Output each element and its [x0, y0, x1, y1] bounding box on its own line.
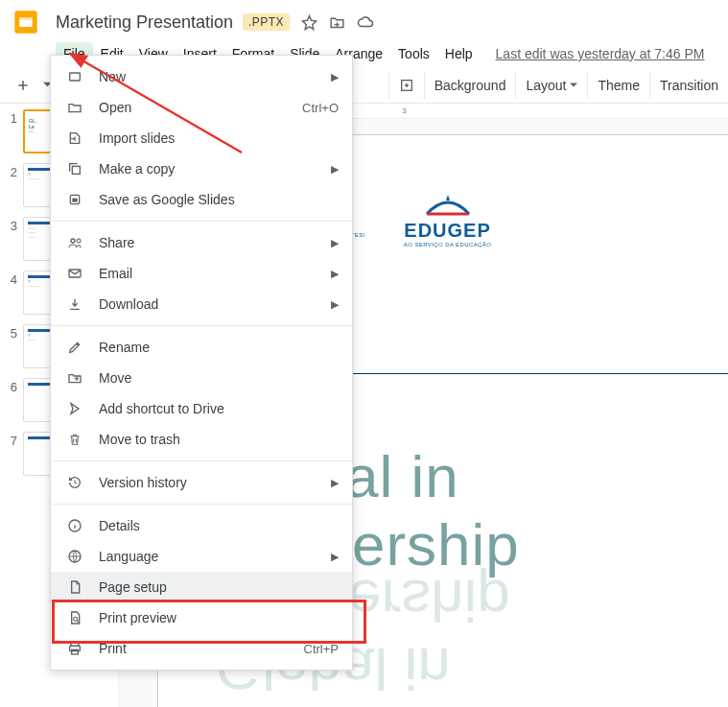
document-title[interactable]: Marketing Presentation: [50, 11, 239, 35]
new-icon: [64, 69, 85, 84]
file-menu-language[interactable]: Language▶: [51, 541, 352, 572]
logo-edugep: EDUGEP Ao Serviço da Educação: [404, 189, 491, 247]
svg-rect-2: [19, 17, 32, 20]
menu-divider: [51, 504, 352, 505]
print-icon: [64, 641, 85, 656]
history-icon: [64, 475, 85, 490]
menu-help[interactable]: Help: [437, 42, 481, 65]
file-menu-add-shortcut-to-drive[interactable]: Add shortcut to Drive: [51, 393, 352, 424]
file-menu-print[interactable]: PrintCtrl+P: [51, 633, 352, 664]
import-icon: [64, 130, 85, 146]
file-menu-move-to-trash[interactable]: Move to trash: [51, 424, 352, 455]
menu-divider: [51, 221, 352, 222]
save-icon: [64, 192, 85, 207]
language-icon: [64, 549, 85, 564]
menu-item-label: Import slides: [99, 130, 339, 146]
download-icon: [64, 296, 85, 312]
email-icon: [64, 266, 85, 281]
menu-item-label: Save as Google Slides: [99, 192, 339, 207]
file-menu-email[interactable]: Email▶: [51, 258, 352, 289]
shortcut-icon: [64, 401, 85, 416]
menu-tools[interactable]: Tools: [390, 42, 437, 65]
menu-item-shortcut: Ctrl+O: [302, 101, 339, 115]
submenu-chevron-icon: ▶: [331, 268, 339, 280]
layout-label: Layout: [526, 78, 566, 93]
file-menu-save-as-google-slides[interactable]: Save as Google Slides: [51, 184, 352, 215]
menu-item-label: Rename: [99, 340, 339, 355]
menu-item-shortcut: Ctrl+P: [304, 642, 339, 656]
svg-rect-4: [70, 73, 81, 81]
menu-item-label: Version history: [99, 475, 331, 490]
menu-item-label: Share: [99, 235, 331, 250]
file-menu-download[interactable]: Download▶: [51, 289, 352, 319]
svg-point-8: [71, 239, 75, 243]
page-icon: [64, 579, 85, 595]
toolbar-add-box-icon[interactable]: [388, 71, 424, 100]
file-menu-new[interactable]: New▶: [51, 61, 352, 92]
menu-item-label: Page setup: [99, 579, 339, 595]
submenu-chevron-icon: ▶: [331, 237, 339, 249]
move-to-folder-icon[interactable]: [329, 14, 345, 31]
menu-item-label: Print preview: [99, 610, 339, 625]
rename-icon: [64, 340, 85, 355]
submenu-chevron-icon: ▶: [331, 298, 339, 311]
app-logo-icon[interactable]: [8, 4, 44, 40]
background-button[interactable]: Background: [424, 71, 516, 100]
menu-item-label: Print: [99, 641, 304, 656]
file-menu-print-preview[interactable]: Print preview: [51, 602, 352, 633]
svg-rect-7: [73, 199, 77, 201]
info-icon: [64, 518, 85, 533]
toolbar-right: Background Layout Theme Transition: [388, 67, 728, 104]
last-edit-info[interactable]: Last edit was yesterday at 7:46 PM: [496, 46, 705, 61]
open-icon: [64, 100, 85, 115]
edugep-logo-subtitle: Ao Serviço da Educação: [404, 242, 491, 247]
title-bar: Marketing Presentation .PPTX: [0, 0, 728, 40]
svg-rect-5: [72, 166, 80, 174]
submenu-chevron-icon: ▶: [331, 163, 339, 176]
menu-item-label: Move to trash: [99, 432, 339, 447]
menu-item-label: Add shortcut to Drive: [99, 401, 339, 416]
menu-divider: [51, 460, 352, 461]
menu-item-label: Email: [99, 266, 331, 281]
file-menu-dropdown: New▶OpenCtrl+OImport slidesMake a copy▶S…: [50, 55, 353, 671]
menu-item-label: Language: [99, 549, 331, 564]
trash-icon: [64, 432, 85, 447]
file-menu-details[interactable]: Details: [51, 510, 352, 541]
submenu-chevron-icon: ▶: [331, 477, 339, 489]
menu-divider: [51, 325, 352, 326]
submenu-chevron-icon: ▶: [331, 551, 339, 563]
file-menu-share[interactable]: Share▶: [51, 227, 352, 258]
file-menu-rename[interactable]: Rename: [51, 332, 352, 363]
share-icon: [64, 235, 85, 250]
copy-icon: [64, 161, 85, 177]
preview-icon: [64, 610, 85, 625]
menu-item-label: Make a copy: [99, 161, 331, 177]
menu-item-label: Move: [99, 370, 339, 386]
star-icon[interactable]: [301, 14, 317, 31]
menu-item-label: Download: [99, 296, 331, 312]
file-menu-page-setup[interactable]: Page setup: [51, 572, 352, 602]
move-icon: [64, 370, 85, 386]
submenu-chevron-icon: ▶: [331, 71, 339, 83]
menu-item-label: Details: [99, 518, 339, 533]
new-slide-button[interactable]: [8, 71, 38, 100]
cloud-status-icon[interactable]: [357, 13, 374, 31]
file-menu-version-history[interactable]: Version history▶: [51, 467, 352, 498]
file-menu-open[interactable]: OpenCtrl+O: [51, 92, 352, 123]
file-menu-make-a-copy[interactable]: Make a copy▶: [51, 153, 352, 184]
file-menu-move[interactable]: Move: [51, 363, 352, 393]
transition-button[interactable]: Transition: [649, 71, 728, 100]
file-menu-import-slides[interactable]: Import slides: [51, 123, 352, 153]
edugep-logo-text: EDUGEP: [404, 220, 490, 242]
menu-item-label: Open: [99, 100, 302, 115]
layout-button[interactable]: Layout: [515, 71, 587, 100]
menu-item-label: New: [99, 69, 331, 84]
file-type-badge: .PPTX: [243, 13, 290, 31]
theme-button[interactable]: Theme: [587, 71, 649, 100]
